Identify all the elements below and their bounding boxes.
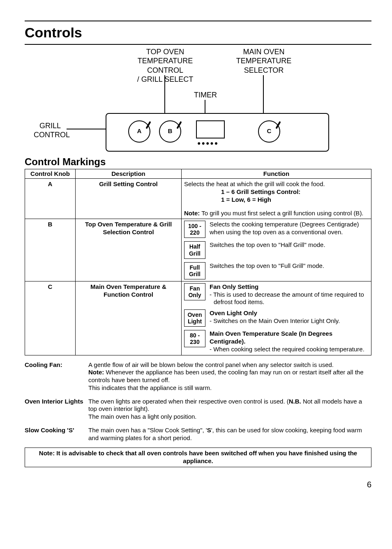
- section-heading: Control Markings: [25, 156, 371, 168]
- cooling-fan-text3: This indicates that the appliance is sti…: [88, 384, 371, 392]
- knob-a-cell: A: [25, 179, 76, 219]
- func-a-note-label: Note:: [184, 210, 200, 217]
- tag-80-230: 80 - 230: [184, 330, 205, 347]
- final-note: Note: It is advisable to check that all …: [25, 448, 371, 467]
- desc-b-cell: Top Oven Temperature & Grill Selection C…: [76, 219, 182, 281]
- oven-interior-label: Oven Interior Lights: [25, 398, 88, 421]
- func-a-line2: 1 = Low, 6 = High: [184, 196, 369, 204]
- diagram-top-oven-label: TOP OVEN TEMPERATURE CONTROL / GRILL SEL…: [120, 47, 210, 84]
- note-slow-cooking: Slow Cooking 'S' The main oven has a "Sl…: [25, 427, 371, 442]
- table-row-b: B Top Oven Temperature & Grill Selection…: [25, 219, 371, 281]
- table-row-c: C Main Oven Temperature & Function Contr…: [25, 281, 371, 355]
- page-title: Controls: [25, 21, 371, 45]
- header-description: Description: [76, 169, 182, 179]
- func-a-note: Note: To grill you must first select a g…: [184, 210, 369, 217]
- slow-cooking-text: The main oven has a "Slow Cook Setting",…: [88, 427, 371, 442]
- func-a-cell: Selects the heat at which the grill will…: [182, 179, 371, 219]
- func-b-text3: Switches the top oven to "Full Grill" mo…: [210, 262, 369, 270]
- diagram-knob-a: A: [128, 120, 150, 143]
- func-a-note-text: To grill you must first select a grill f…: [200, 210, 363, 217]
- header-function: Function: [182, 169, 371, 179]
- func-c-head1: Fan Only Setting: [210, 283, 369, 291]
- desc-c-cell: Main Oven Temperature & Function Control: [76, 281, 182, 355]
- knob-b-cell: B: [25, 219, 76, 281]
- diagram-knob-b: B: [159, 120, 181, 143]
- note-cooling-fan: Cooling Fan: A gentle flow of air will b…: [25, 361, 371, 392]
- diagram-timer: [196, 120, 225, 138]
- tag-100-220: 100 - 220: [184, 221, 205, 238]
- diagram-timer-dots: ●●●●●: [197, 140, 219, 147]
- desc-a-cell: Grill Setting Control: [76, 179, 182, 219]
- cooling-fan-note-label: Note:: [88, 369, 104, 376]
- tag-oven-light: Oven Light: [184, 309, 205, 327]
- slow-cooking-label: Slow Cooking 'S': [25, 427, 88, 442]
- oven-interior-text1: The oven lights are operated when their …: [88, 398, 371, 413]
- notes-section: Cooling Fan: A gentle flow of air will b…: [25, 361, 371, 442]
- cooling-fan-text2: Whenever the appliance has been used, th…: [88, 369, 364, 383]
- controls-diagram: TOP OVEN TEMPERATURE CONTROL / GRILL SEL…: [25, 47, 371, 154]
- diagram-timer-label: TIMER: [194, 90, 217, 100]
- tag-full-grill: Full Grill: [184, 262, 205, 279]
- oven-interior-text2: The main oven has a light only position.: [88, 413, 371, 421]
- table-row-a: A Grill Setting Control Selects the heat…: [25, 179, 371, 219]
- func-c-head3: Main Oven Temperature Scale (In Degrees …: [210, 330, 369, 346]
- func-c-head2: Oven Light Only: [210, 309, 369, 317]
- page-number: 6: [25, 480, 371, 490]
- diagram-grill-control-label: GRILL CONTROL: [34, 121, 67, 140]
- func-a-intro: Selects the heat at which the grill will…: [184, 180, 325, 187]
- func-c-text1: - This is used to decrease the amount of…: [210, 291, 369, 307]
- note-oven-interior: Oven Interior Lights The oven lights are…: [25, 398, 371, 421]
- tag-fan-only: Fan Only: [184, 283, 205, 300]
- knob-c-cell: C: [25, 281, 76, 355]
- diagram-main-oven-label: MAIN OVEN TEMPERATURE SELECTOR: [231, 47, 297, 75]
- func-c-cell: Fan Only Fan Only Setting - This is used…: [182, 281, 371, 355]
- table-header-row: Control Knob Description Function: [25, 169, 371, 179]
- header-control-knob: Control Knob: [25, 169, 76, 179]
- func-b-text1: Selects the cooking temperature (Degrees…: [210, 221, 369, 236]
- cooling-fan-note: Note: Whenever the appliance has been us…: [88, 369, 371, 384]
- control-markings-table: Control Knob Description Function A Gril…: [25, 169, 371, 355]
- cooling-fan-label: Cooling Fan:: [25, 361, 88, 392]
- func-c-text3: - When cooking select the required cooki…: [210, 346, 369, 353]
- func-a-line1: 1 – 6 Grill Settings Control:: [184, 188, 369, 196]
- diagram-knob-c: C: [258, 120, 280, 143]
- func-c-text2: - Switches on the Main Oven Interior Lig…: [210, 317, 369, 325]
- func-b-text2: Switches the top oven to "Half Grill" mo…: [210, 241, 369, 249]
- func-b-cell: 100 - 220 Selects the cooking temperatur…: [182, 219, 371, 281]
- cooling-fan-text1: A gentle flow of air will be blown below…: [88, 361, 371, 369]
- tag-half-grill: Half Grill: [184, 241, 205, 258]
